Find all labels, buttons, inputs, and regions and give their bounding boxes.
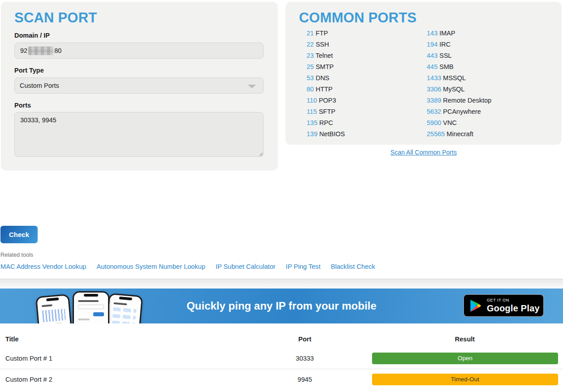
common-ports-title: COMMON PORTS <box>299 10 416 26</box>
port-scan-page: SCAN PORT Domain / IP 9280 Port Type Cus… <box>0 0 563 392</box>
phone-notch <box>46 297 59 302</box>
ports-label: Ports <box>14 102 31 109</box>
port-number-link[interactable]: 445 <box>427 63 437 70</box>
port-name: SSH <box>316 41 329 48</box>
port-type-label: Port Type <box>14 67 44 74</box>
port-type-select[interactable]: Custom Ports <box>15 78 263 93</box>
common-port-item: 25 SMTP <box>307 63 345 74</box>
port-number-link[interactable]: 143 <box>427 30 437 37</box>
common-port-item: 445 SMB <box>427 63 491 74</box>
port-type-select-wrap: Custom Ports <box>14 78 264 94</box>
domain-ip-label: Domain / IP <box>14 32 50 39</box>
related-link-blacklist-check[interactable]: Blacklist Check <box>331 263 375 270</box>
port-number-link[interactable]: 80 <box>307 86 314 93</box>
google-play-badge[interactable]: GET IT ON Google Play <box>463 294 544 317</box>
common-port-item: 3389 Remote Desktop <box>427 97 491 108</box>
redacted-ip-blur <box>28 47 53 55</box>
common-port-item: 22 SSH <box>307 41 345 52</box>
port-number-link[interactable]: 23 <box>307 52 314 59</box>
port-name: Remote Desktop <box>443 97 491 104</box>
port-name: MSSQL <box>443 74 466 82</box>
port-number-link[interactable]: 1433 <box>427 74 441 82</box>
common-port-item: 143 IMAP <box>427 30 491 41</box>
port-number-link[interactable]: 3306 <box>427 86 441 93</box>
related-tools-label: Related tools <box>0 252 33 258</box>
common-port-item: 1433 MSSQL <box>427 74 491 86</box>
port-number-link[interactable]: 194 <box>427 41 437 48</box>
result-port: 9945 <box>298 376 312 383</box>
related-tools-links: MAC Address Vendor Lookup Autonomous Sys… <box>0 263 375 270</box>
page-title: SCAN PORT <box>14 10 97 26</box>
google-play-icon <box>470 299 482 312</box>
phone-notch <box>84 294 98 297</box>
port-name: DNS <box>316 74 329 82</box>
domain-ip-input[interactable]: 9280 <box>14 43 264 59</box>
common-port-item: 21 FTP <box>307 30 345 41</box>
port-number-link[interactable]: 5632 <box>427 108 441 115</box>
phone-notch <box>119 297 133 301</box>
result-title: Custom Port # 2 <box>5 376 52 383</box>
mini-input <box>78 305 104 309</box>
port-number-link[interactable]: 443 <box>427 52 437 59</box>
port-number-link[interactable]: 115 <box>307 108 317 115</box>
results-header-row: Title Port Result <box>0 330 563 348</box>
port-name: PCAnywhere <box>443 108 481 115</box>
port-name: VNC <box>443 119 457 126</box>
port-number-link[interactable]: 25565 <box>427 130 445 138</box>
port-number-link[interactable]: 135 <box>307 119 317 126</box>
port-number-link[interactable]: 22 <box>307 41 314 48</box>
port-number-link[interactable]: 139 <box>307 130 317 138</box>
port-number-link[interactable]: 25 <box>307 63 314 70</box>
port-name: SFTP <box>319 108 335 115</box>
google-play-get-it-on: GET IT ON <box>487 298 540 302</box>
scan-all-common-ports-link[interactable]: Scan All Common Ports <box>390 149 457 156</box>
common-port-item: 25565 Minecraft <box>427 130 491 142</box>
port-number-link[interactable]: 5900 <box>427 119 441 126</box>
table-row: Custom Port # 2 9945 Timed-Out <box>0 369 563 390</box>
port-name: FTP <box>316 30 328 37</box>
port-name: IMAP <box>439 30 455 37</box>
port-number-link[interactable]: 3389 <box>427 97 441 104</box>
port-name: IRC <box>439 41 450 48</box>
section-divider <box>0 279 563 289</box>
common-port-item: 443 SSL <box>427 52 491 63</box>
scan-all-wrap: Scan All Common Ports <box>286 148 562 156</box>
port-name: Telnet <box>316 52 333 59</box>
scan-port-panel: SCAN PORT Domain / IP 9280 Port Type Cus… <box>1 2 278 171</box>
common-port-item: 135 RPC <box>307 119 345 130</box>
status-badge-timedout: Timed-Out <box>372 374 558 385</box>
common-port-item: 3306 MySQL <box>427 86 491 97</box>
common-port-item: 5632 PCAnywhere <box>427 108 491 119</box>
common-ports-panel: COMMON PORTS 21 FTP 22 SSH 23 Telnet 25 … <box>286 2 562 145</box>
common-port-item: 53 DNS <box>307 74 345 86</box>
result-title: Custom Port # 1 <box>5 355 52 362</box>
header-result: Result <box>455 336 475 343</box>
common-ports-column-2: 143 IMAP 194 IRC 443 SSL 445 SMB 1433 MS… <box>427 30 491 142</box>
ports-textarea[interactable]: 30333, 9945 <box>14 112 264 157</box>
mobile-app-banner: Quickly ping any IP from your mobile GET… <box>0 289 563 323</box>
related-link-ip-subnet-calculator[interactable]: IP Subnet Calculator <box>216 263 276 270</box>
related-link-asn-lookup[interactable]: Autonomous System Number Lookup <box>96 263 205 270</box>
related-link-mac-address-vendor-lookup[interactable]: MAC Address Vendor Lookup <box>0 263 86 270</box>
port-number-link[interactable]: 110 <box>307 97 317 104</box>
common-port-item: 139 NetBIOS <box>307 130 345 142</box>
port-name: SSL <box>439 52 451 59</box>
common-port-item: 110 POP3 <box>307 97 345 108</box>
port-name: HTTP <box>316 86 333 93</box>
port-number-link[interactable]: 21 <box>307 30 314 37</box>
check-button[interactable]: Check <box>0 226 38 243</box>
header-title: Title <box>5 336 19 343</box>
port-number-link[interactable]: 53 <box>307 74 314 82</box>
phone-mockup-left <box>35 294 74 323</box>
google-play-label: Google Play <box>487 304 540 313</box>
related-link-ip-ping-test[interactable]: IP Ping Test <box>286 263 320 270</box>
result-port: 30333 <box>296 355 314 362</box>
common-port-item: 80 HTTP <box>307 86 345 97</box>
port-name: SMTP <box>316 63 333 70</box>
port-name: SMB <box>439 63 453 70</box>
port-name: MySQL <box>443 86 464 93</box>
port-name: POP3 <box>319 97 336 104</box>
common-port-item: 23 Telnet <box>307 52 345 63</box>
mini-bar-chart <box>42 309 66 322</box>
port-name: RPC <box>319 119 333 126</box>
